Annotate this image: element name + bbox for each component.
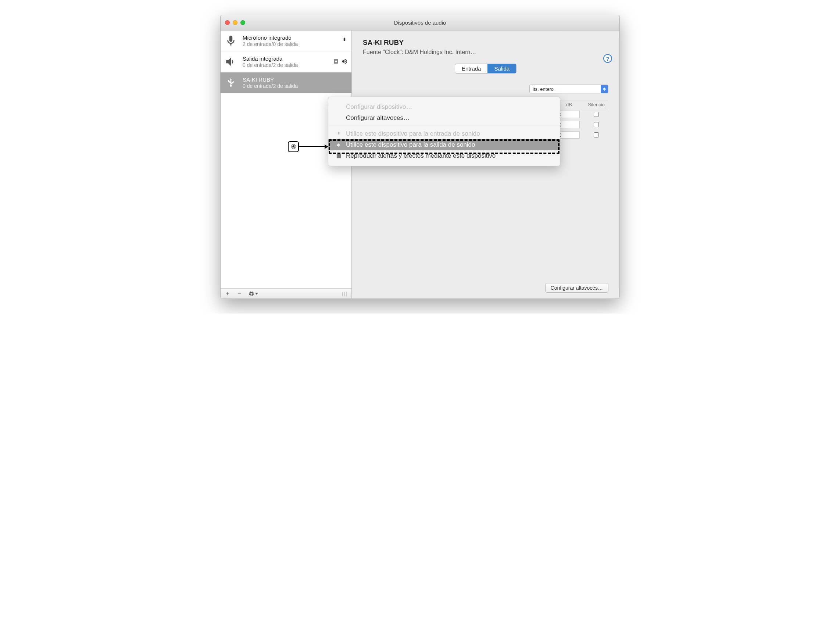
annotation-arrow-icon bbox=[299, 146, 328, 147]
add-device-button[interactable] bbox=[222, 289, 233, 298]
svg-rect-1 bbox=[336, 154, 340, 158]
configure-speakers-button[interactable]: Configurar altavoces… bbox=[545, 283, 608, 292]
microphone-icon bbox=[223, 33, 239, 49]
zoom-window-button[interactable] bbox=[240, 20, 245, 25]
col-silencio: Silencio bbox=[584, 102, 608, 107]
resize-grip-icon[interactable]: ||| bbox=[342, 291, 350, 296]
db-field-left[interactable] bbox=[557, 121, 580, 128]
chevron-updown-icon bbox=[601, 85, 608, 93]
close-window-button[interactable] bbox=[225, 20, 230, 25]
menu-use-for-input[interactable]: Utilice este dispositivo para la entrada… bbox=[328, 128, 560, 139]
device-name: Salida integrada bbox=[243, 55, 329, 62]
annotation-callout: ⑥ bbox=[288, 141, 328, 152]
menu-item-label: Reproducir alertas y efectos mediante es… bbox=[346, 152, 496, 160]
menu-item-label: Utilice este dispositivo para la entrada… bbox=[346, 130, 480, 137]
sidebar-toolbar: ||| bbox=[221, 288, 351, 299]
io-tab-control: Entrada Salida bbox=[455, 63, 516, 74]
tab-input[interactable]: Entrada bbox=[455, 64, 488, 73]
effects-icon bbox=[335, 153, 342, 159]
db-field-right[interactable] bbox=[557, 131, 580, 139]
tab-output[interactable]: Salida bbox=[488, 64, 516, 73]
traffic-lights bbox=[225, 20, 245, 25]
device-name: Micrófono integrado bbox=[243, 35, 338, 41]
speaker-icon bbox=[223, 54, 239, 70]
audio-devices-window: Dispositivos de audio Micrófono integrad… bbox=[220, 15, 620, 299]
input-indicator-icon bbox=[341, 37, 348, 45]
menu-item-label: Configurar dispositivo… bbox=[346, 103, 412, 111]
remove-device-button[interactable] bbox=[234, 289, 245, 298]
device-sa-ki-ruby[interactable]: SA-KI RUBY 0 de entrada/2 de salida bbox=[221, 73, 351, 93]
menu-item-label: Configurar altavoces… bbox=[346, 114, 409, 122]
col-db: dB bbox=[557, 102, 581, 107]
menu-separator bbox=[328, 126, 560, 126]
device-detail-title: SA-KI RUBY bbox=[363, 39, 608, 47]
device-io: 0 de entrada/2 de salida bbox=[243, 83, 348, 89]
speaker-icon bbox=[335, 142, 342, 148]
mute-checkbox-left[interactable] bbox=[594, 122, 599, 127]
device-builtin-output[interactable]: Salida integrada 0 de entrada/2 de salid… bbox=[221, 51, 351, 73]
menu-play-alerts[interactable]: Reproducir alertas y efectos mediante es… bbox=[328, 150, 560, 161]
mute-checkbox-master[interactable] bbox=[594, 112, 599, 117]
minimize-window-button[interactable] bbox=[233, 20, 237, 25]
output-indicator-icon bbox=[341, 58, 348, 66]
device-name: SA-KI RUBY bbox=[243, 76, 348, 83]
mute-checkbox-right[interactable] bbox=[594, 132, 599, 137]
gear-menu-button[interactable] bbox=[246, 289, 261, 298]
device-builtin-mic[interactable]: Micrófono integrado 2 de entrada/0 de sa… bbox=[221, 30, 351, 51]
system-effects-icon bbox=[333, 58, 339, 65]
menu-item-label: Utilice este dispositivo para la salida … bbox=[346, 141, 475, 149]
titlebar: Dispositivos de audio bbox=[221, 15, 619, 30]
annotation-step-number: ⑥ bbox=[288, 141, 299, 152]
format-select-value: its, entero bbox=[533, 86, 554, 92]
usb-icon bbox=[223, 74, 239, 91]
device-context-menu: Configurar dispositivo… Configurar altav… bbox=[328, 97, 560, 166]
db-field-master[interactable] bbox=[557, 111, 580, 118]
clock-source-label: Fuente "Clock": D&M Holdings Inc. Intern… bbox=[363, 49, 608, 55]
device-io: 2 de entrada/0 de salida bbox=[243, 41, 338, 47]
menu-configure-speakers[interactable]: Configurar altavoces… bbox=[328, 112, 560, 123]
window-title: Dispositivos de audio bbox=[221, 19, 619, 26]
device-io: 0 de entrada/2 de salida bbox=[243, 62, 329, 68]
format-select[interactable]: its, entero bbox=[529, 85, 608, 93]
help-button[interactable]: ? bbox=[603, 54, 612, 63]
mic-icon bbox=[335, 131, 342, 137]
menu-configure-device[interactable]: Configurar dispositivo… bbox=[328, 101, 560, 112]
menu-use-for-output[interactable]: Utilice este dispositivo para la salida … bbox=[328, 139, 560, 150]
